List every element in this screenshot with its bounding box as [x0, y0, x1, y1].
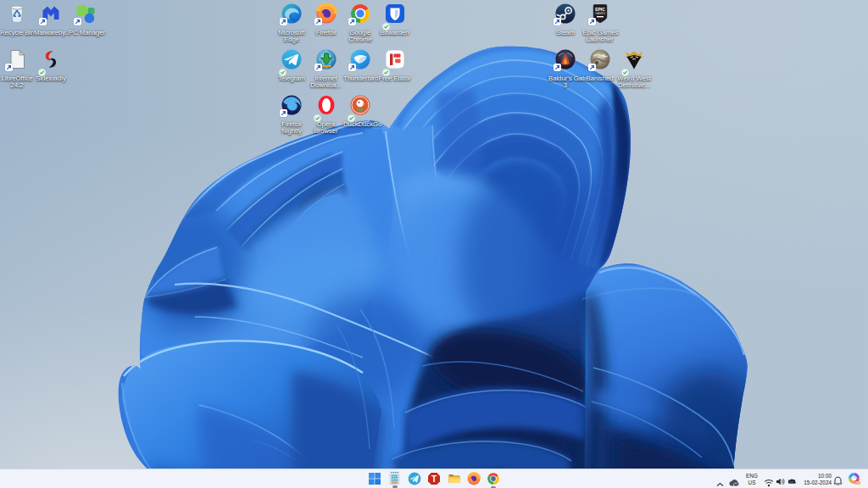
svg-text:GAMES: GAMES — [594, 12, 605, 15]
svg-text:T: T — [431, 474, 437, 484]
svg-text:PRE: PRE — [855, 481, 860, 485]
svg-text:EPIC: EPIC — [595, 7, 605, 12]
